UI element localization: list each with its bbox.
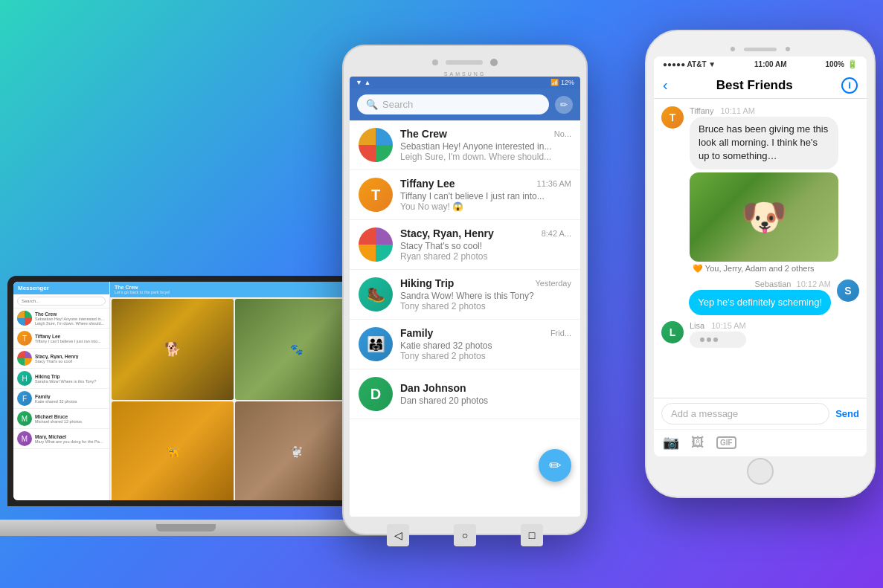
- photo-3: [112, 401, 234, 500]
- android-search-placeholder: Search: [382, 99, 413, 110]
- list-item[interactable]: T Tiffany Lee 11:36 AM Tiffany I can't b…: [350, 170, 580, 220]
- list-item[interactable]: Stacy, Ryan, Henry 8:42 A... Stacy That'…: [350, 220, 580, 270]
- android-screen: ▼ ▲ 📶 12% 🔍 Search ✏: [350, 77, 580, 517]
- back-button[interactable]: ‹: [663, 77, 668, 94]
- convo-text: Family Katie shared 32 photos: [35, 394, 106, 404]
- convo-name: Mary, Michael: [35, 434, 106, 439]
- android-bottom-nav: ◁ ○ □: [350, 520, 580, 546]
- iphone-status-icons: 100% 🔋: [825, 59, 858, 69]
- typing-indicator: [690, 332, 746, 348]
- laptop-main-chat: The Crew Let's go back to the park boys!: [110, 282, 359, 500]
- list-item[interactable]: The Crew Sebastian Hey! Anyone intereste…: [13, 308, 109, 329]
- convo-preview: Dan shared 20 photos: [400, 395, 571, 406]
- list-item[interactable]: 👨‍👩‍👧 Family Frid... Katie shared 32 pho…: [350, 320, 580, 369]
- typing-dot-2: [707, 337, 711, 342]
- photo-1: [112, 299, 234, 400]
- android-status-right: 📶 12%: [550, 79, 574, 86]
- message-sender: Lisa 10:15 AM: [690, 321, 746, 330]
- avatar-icon: 👨‍👩‍👧: [367, 335, 385, 353]
- message-sender: Tiffany 10:11 AM: [690, 106, 838, 115]
- camera-icon[interactable]: 📷: [663, 434, 679, 450]
- message-row-sent: Sebastian 10:12 AM Yep he's definitely s…: [661, 280, 859, 315]
- battery-icon: 🔋: [847, 59, 858, 69]
- convo-top: The Crew No...: [400, 128, 571, 140]
- convo-preview: Stacy That's so cool!: [400, 241, 571, 251]
- gif-icon[interactable]: GIF: [716, 436, 736, 449]
- photo-2: [235, 299, 357, 400]
- sender-name: Sebastian: [755, 280, 792, 288]
- android-brand-label: SAMSUNG: [350, 71, 580, 77]
- laptop-screen-outer: Messenger The Crew: [7, 276, 365, 506]
- list-item[interactable]: T Tiffany Lee Tiffany I can't believe I …: [13, 329, 109, 349]
- back-button[interactable]: ◁: [387, 524, 409, 546]
- convo-preview: Katie shared 32 photos: [400, 340, 571, 351]
- laptop-search[interactable]: [13, 294, 109, 308]
- typing-dot-1: [700, 337, 704, 342]
- convo-top: Stacy, Ryan, Henry 8:42 A...: [400, 227, 571, 239]
- avatar: F: [17, 391, 32, 406]
- convo-preview: Tiffany I can't believe I just ran into.…: [35, 339, 106, 343]
- convo-text: Michael Bruce Michael shared 12 photos: [35, 414, 106, 424]
- avatar: D: [359, 377, 393, 411]
- avatar: M: [17, 411, 32, 426]
- iphone-time: 11:00 AM: [754, 60, 787, 68]
- iphone-screen: ●●●●● AT&T ▼ 11:00 AM 100% 🔋 ‹ Best Frie…: [654, 56, 867, 456]
- convo-preview2: Ryan shared 2 photos: [400, 251, 571, 262]
- avatar: T: [359, 178, 393, 212]
- input-placeholder: Add a message: [671, 408, 738, 419]
- convo-text: The Crew Sebastian Hey! Anyone intereste…: [35, 311, 106, 326]
- list-item[interactable]: H Hiking Trip Sandra Wow! Where is this …: [13, 369, 109, 389]
- android-search-bar[interactable]: 🔍 Search: [357, 94, 549, 114]
- avatar-initial: L: [670, 326, 676, 338]
- typing-group: Lisa 10:15 AM: [690, 321, 746, 348]
- android-status-left: ▼ ▲: [356, 79, 370, 86]
- iphone-status-bar: ●●●●● AT&T ▼ 11:00 AM 100% 🔋: [654, 56, 867, 72]
- list-item[interactable]: M Michael Bruce Michael shared 12 photos: [13, 409, 109, 429]
- message-reactions: 🧡 You, Jerry, Adam and 2 others: [690, 264, 838, 274]
- convo-preview: Tiffany I can't believe I just ran into.…: [400, 191, 571, 201]
- laptop-search-input[interactable]: [17, 297, 106, 306]
- convo-preview: Mary What are you doing for the Package?: [35, 439, 106, 444]
- dog-emoji: 🐶: [741, 196, 787, 239]
- sender-name: Tiffany: [690, 106, 713, 115]
- convo-preview2: You No way! 😱: [400, 201, 571, 212]
- convo-preview: Michael shared 12 photos: [35, 419, 106, 424]
- info-button[interactable]: i: [841, 77, 858, 94]
- message-sender: Sebastian 10:12 AM: [689, 280, 831, 288]
- convo-time: 11:36 AM: [537, 179, 571, 188]
- image-icon[interactable]: 🖼: [691, 435, 704, 450]
- list-item[interactable]: D Dan Johnson Dan shared 20 photos: [350, 369, 580, 419]
- laptop-screen-inner: Messenger The Crew: [13, 282, 359, 500]
- home-button[interactable]: ○: [454, 524, 476, 546]
- list-item[interactable]: The Crew No... Sebastian Hey! Anyone int…: [350, 120, 580, 170]
- convo-name: Family: [400, 327, 433, 339]
- list-item[interactable]: F Family Katie shared 32 photos: [13, 389, 109, 409]
- android-top-hardware: [350, 55, 580, 70]
- convo-info: Dan Johnson Dan shared 20 photos: [400, 382, 571, 406]
- iphone-sensor: [786, 47, 790, 51]
- convo-name: Hiking Trip: [35, 374, 106, 379]
- home-button[interactable]: [747, 458, 774, 485]
- send-button[interactable]: Send: [835, 408, 859, 419]
- laptop-sidebar: Messenger The Crew: [13, 282, 110, 500]
- avatar: T: [661, 106, 684, 129]
- laptop-photo-grid: [110, 297, 359, 500]
- list-item[interactable]: Stacy, Ryan, Henry Stacy That's so cool!: [13, 349, 109, 369]
- avatar-initial: S: [844, 285, 851, 297]
- message-time: 10:15 AM: [711, 321, 745, 330]
- laptop-app-name: Messenger: [18, 285, 49, 291]
- avatar: [359, 128, 393, 162]
- reactions-text: 🧡 You, Jerry, Adam and 2 others: [693, 264, 815, 274]
- message-input[interactable]: Add a message: [661, 403, 829, 424]
- avatar-initial: T: [670, 112, 676, 123]
- message-group-sent: Sebastian 10:12 AM Yep he's definitely s…: [689, 280, 831, 315]
- list-item[interactable]: 🥾 Hiking Trip Yesterday Sandra Wow! Wher…: [350, 270, 580, 320]
- compose-fab[interactable]: ✏: [539, 449, 571, 482]
- convo-info: Family Frid... Katie shared 32 photos To…: [400, 327, 571, 361]
- message-bubble: Bruce has been giving me this look all m…: [690, 117, 838, 169]
- recents-button[interactable]: □: [521, 524, 543, 546]
- search-icon: 🔍: [366, 99, 378, 110]
- convo-preview: Sebastian Hey! Anyone interested in...: [35, 317, 106, 321]
- message-row: T Tiffany 10:11 AM Bruce has been giving…: [661, 106, 859, 274]
- list-item[interactable]: M Mary, Michael Mary What are you doing …: [13, 429, 109, 449]
